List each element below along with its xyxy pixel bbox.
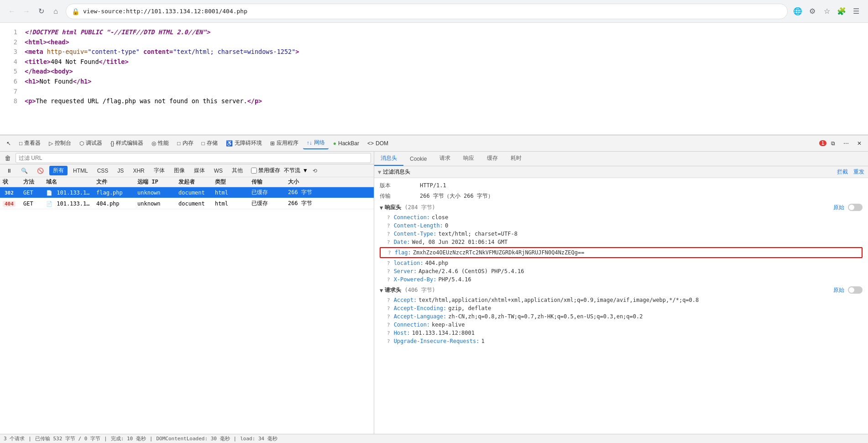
tool-style-editor[interactable]: {} 样式编辑器 xyxy=(107,137,147,149)
req-upgrade-name: Upgrade-Insecure-Requests: xyxy=(394,338,480,344)
tool-network[interactable]: ↑↓ 网络 xyxy=(303,137,329,149)
raw-response-button[interactable]: 原始 xyxy=(831,204,846,211)
storage-icon: □ xyxy=(202,140,205,147)
header-server-row: ? Server: Apache/2.4.6 (CentOS) PHP/5.4.… xyxy=(380,268,863,274)
filter-html-button[interactable]: HTML xyxy=(69,167,92,175)
source-view: 1 <!DOCTYPE html PUBLIC "-//IETF//DTD HT… xyxy=(0,23,868,144)
filter-css-button[interactable]: CSS xyxy=(94,167,112,175)
status-separator-2: | xyxy=(104,436,107,442)
puzzle-button[interactable]: 🧩 xyxy=(835,5,848,18)
bookmark-button[interactable]: ☆ xyxy=(821,5,833,18)
console-label: 控制台 xyxy=(55,139,71,147)
memory-label: 内存 xyxy=(183,139,193,147)
request-section-toggle[interactable]: ▼ xyxy=(380,287,383,294)
source-line-6: 6 <h1>Not Found</h1> xyxy=(0,77,868,87)
tool-debugger[interactable]: ⬡ 调试器 xyxy=(76,137,106,149)
forward-button[interactable]: → xyxy=(20,5,33,18)
more-tools-button[interactable]: ⋯ xyxy=(840,138,852,148)
accessibility-label: 无障碍环境 xyxy=(235,139,262,147)
tab-cache[interactable]: 缓存 xyxy=(481,152,504,166)
request-details-panel: 消息头 Cookie 请求 响应 缓存 耗时 ▼ 过滤消息头 拦截 重发 版本 xyxy=(374,152,868,434)
import-har-button[interactable]: ⟲ xyxy=(311,167,319,175)
resend-label: 重发 xyxy=(853,168,864,176)
filter-image-button[interactable]: 图像 xyxy=(170,166,188,175)
back-button[interactable]: ← xyxy=(5,5,18,18)
header-flag-question-icon: ? xyxy=(388,250,391,256)
tool-inspector[interactable]: □ 查看器 xyxy=(16,137,44,149)
tool-storage[interactable]: □ 存储 xyxy=(198,137,221,149)
req-host-question-icon: ? xyxy=(387,330,390,336)
reload-button[interactable]: ↻ xyxy=(35,5,47,18)
row1-remote-ip: unknown xyxy=(135,190,176,196)
tool-performance[interactable]: ◎ 性能 xyxy=(148,137,173,149)
tool-memory[interactable]: □ 内存 xyxy=(173,137,197,149)
tab-response[interactable]: 响应 xyxy=(457,152,481,166)
filter-media-button[interactable]: 媒体 xyxy=(190,166,209,175)
tab-request[interactable]: 请求 xyxy=(433,152,457,166)
network-toolbar: 🗑 xyxy=(0,152,374,164)
filter-other-button[interactable]: 其他 xyxy=(228,166,246,175)
response-section-toggle[interactable]: ▼ xyxy=(380,205,383,211)
req-header-host-row: ? Host: 101.133.134.12:8001 xyxy=(380,330,863,336)
detail-transfer-row: 传输 266 字节（大小 266 字节） xyxy=(380,192,863,200)
filter-block-button[interactable]: 🚫 xyxy=(33,167,47,175)
filter-font-button[interactable]: 字体 xyxy=(150,166,168,175)
devtools-content: 🗑 ⏸ 🔍 🚫 所有 HTML CSS JS XHR 字体 图像 媒体 WS 其… xyxy=(0,152,868,434)
col-header-remote-ip: 远端 IP xyxy=(135,178,176,186)
tool-cursor[interactable]: ↖ xyxy=(3,138,15,148)
header-date-value: Wed, 08 Jun 2022 01:06:14 GMT xyxy=(412,239,508,245)
header-flag-name: flag: xyxy=(395,249,411,256)
tool-accessibility[interactable]: ♿ 无障碍环境 xyxy=(222,137,266,149)
tab-message-headers[interactable]: 消息头 xyxy=(374,152,403,166)
address-bar[interactable]: 🔒 view-source:http://101.133.134.12:8001… xyxy=(66,4,788,19)
status-bar: 3 个请求 | 已传输 532 字节 / 0 字节 | 完成: 10 毫秒 | … xyxy=(0,434,868,443)
response-headers-section: ▼ 响应头 (284 字节) 原始 xyxy=(380,204,863,211)
clear-network-button[interactable]: 🗑 xyxy=(3,153,13,163)
detach-button[interactable]: ⧉ xyxy=(827,138,839,148)
filter-url-input[interactable] xyxy=(16,153,371,163)
filter-js-button[interactable]: JS xyxy=(114,167,127,175)
filter-search-button[interactable]: 🔍 xyxy=(17,167,31,175)
app-label: 应用程序 xyxy=(277,139,298,147)
menu-button[interactable]: ☰ xyxy=(850,5,863,18)
header-cl-question-icon: ? xyxy=(387,223,390,229)
details-tabs: 消息头 Cookie 请求 响应 缓存 耗时 xyxy=(374,152,868,166)
tab-timing[interactable]: 耗时 xyxy=(504,152,528,166)
raw-response-toggle[interactable] xyxy=(848,204,863,211)
raw-request-toggle[interactable] xyxy=(848,286,863,294)
tab-cookie[interactable]: Cookie xyxy=(403,153,433,166)
header-question-icon: ? xyxy=(387,215,390,221)
status-302-badge: 302 xyxy=(3,190,16,196)
tool-console[interactable]: ▷ 控制台 xyxy=(45,137,75,149)
disable-cache-checkbox[interactable] xyxy=(251,168,257,174)
header-flag-row: ? flag: ZmxhZzo4OEUzNzczRTc2NkVFMUZGRDk4… xyxy=(380,247,863,258)
close-devtools-button[interactable]: ✕ xyxy=(853,138,865,148)
filter-pause-button[interactable]: ⏸ xyxy=(3,167,16,175)
network-label: 网络 xyxy=(314,139,325,147)
row2-size: 266 字节 xyxy=(285,200,322,207)
row1-type: html xyxy=(212,190,249,196)
inspector-icon: □ xyxy=(19,140,22,147)
disable-cache-label: 禁用缓存 xyxy=(251,167,280,174)
tool-hackbar[interactable]: ● HackBar xyxy=(329,138,363,148)
filter-ws-button[interactable]: WS xyxy=(210,167,226,175)
filter-all-button[interactable]: 所有 xyxy=(49,166,68,175)
header-content-length-row: ? Content-Length: 0 xyxy=(380,222,863,229)
network-row-1[interactable]: 302 GET 📄 101.133.134... flag.php unknow… xyxy=(0,187,374,198)
filter-xhr-button[interactable]: XHR xyxy=(129,167,148,175)
filter-icon: ▼ xyxy=(378,169,381,175)
row1-size: 266 字节 xyxy=(285,189,322,196)
req-al-question-icon: ? xyxy=(387,314,390,320)
tool-dom[interactable]: <> DOM xyxy=(364,138,392,148)
debugger-icon: ⬡ xyxy=(79,140,84,147)
style-editor-icon: {} xyxy=(110,140,114,147)
req-host-name: Host: xyxy=(394,330,410,336)
network-row-2[interactable]: 404 GET 📄 101.133.134... 404.php unknown… xyxy=(0,198,374,209)
extensions-button[interactable]: ⚙ xyxy=(806,5,819,18)
row2-type: html xyxy=(212,200,249,207)
home-button[interactable]: ⌂ xyxy=(49,5,62,18)
raw-request-button[interactable]: 原始 xyxy=(831,286,846,294)
row1-domain: 📄 101.133.134... xyxy=(43,190,94,196)
tool-app[interactable]: ⊞ 应用程序 xyxy=(267,137,302,149)
translate-button[interactable]: 🌐 xyxy=(791,5,804,18)
